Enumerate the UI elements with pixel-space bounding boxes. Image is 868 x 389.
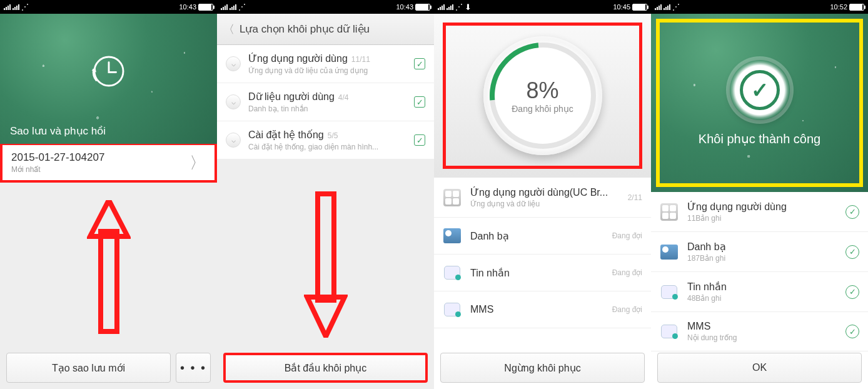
svg-point-0	[94, 56, 123, 85]
hero-banner: Sao lưu và phục hồi	[0, 14, 217, 144]
status-bar: ⋰ 10:43	[217, 0, 434, 14]
result-item-messages: Tin nhắn48Bản ghi ✓	[651, 272, 868, 312]
progress-label: Đang khôi phục	[512, 104, 573, 114]
check-circle-icon: ✓	[845, 245, 859, 259]
messages-icon	[660, 283, 679, 301]
progress-item-apps: Ứng dụng người dùng(UC Br...Ứng dụng và …	[434, 178, 651, 218]
backup-name: 2015-01-27-104207	[11, 151, 189, 164]
clock-time: 10:52	[830, 3, 847, 11]
status-bar: ⋰⬇ 10:45	[434, 0, 651, 14]
backup-entry[interactable]: 2015-01-27-104207 Mới nhất 〉	[0, 143, 217, 183]
chevron-down-icon[interactable]: ⌵	[226, 56, 241, 71]
signal-icon	[655, 4, 662, 10]
messages-icon	[443, 263, 462, 282]
checkbox-icon[interactable]: ✓	[414, 58, 425, 69]
signal-icon	[221, 4, 228, 10]
option-system-settings[interactable]: ⌵ Cài đặt hệ thống5/5Cài đặt hệ thống, g…	[217, 121, 434, 159]
signal-icon	[13, 4, 19, 10]
apps-icon	[443, 188, 462, 207]
battery-icon	[849, 4, 864, 11]
annotation-arrow-down	[304, 188, 348, 338]
new-backup-button[interactable]: Tạo sao lưu mới	[6, 353, 171, 383]
success-message: Khôi phục thành công	[699, 131, 820, 146]
signal-icon	[4, 4, 11, 10]
mms-icon	[660, 322, 679, 341]
progress-percent: 8%	[526, 78, 558, 104]
annotation-arrow-up	[87, 200, 131, 338]
wifi-icon: ⋰	[21, 3, 29, 11]
clock-time: 10:45	[613, 3, 630, 11]
battery-icon	[198, 4, 213, 11]
battery-icon	[415, 4, 430, 11]
contacts-icon	[660, 243, 679, 261]
chevron-right-icon: 〉	[189, 152, 206, 174]
signal-icon	[438, 4, 445, 10]
screen-restore-progress: ⋰⬇ 10:45 8% Đang khôi phục Ứng dụng ngườ…	[434, 0, 651, 389]
status-bar: ⋰ 10:52	[651, 0, 868, 14]
annotation-yellow-box	[656, 19, 863, 187]
chevron-down-icon[interactable]: ⌵	[226, 133, 241, 148]
clock-time: 10:43	[396, 3, 413, 11]
svg-rect-4	[318, 194, 334, 300]
svg-marker-5	[307, 297, 345, 336]
backup-subtitle: Mới nhất	[11, 165, 189, 174]
restore-options-list: ⌵ Ứng dụng người dùng11/11Ứng dụng và dữ…	[217, 45, 434, 159]
progress-item-messages: Tin nhắn Đang đợi	[434, 255, 651, 291]
contacts-icon	[443, 226, 462, 245]
success-hero: ✓ Khôi phục thành công	[651, 14, 868, 192]
result-item-contacts: Danh bạ187Bản ghi ✓	[651, 232, 868, 272]
check-circle-icon: ✓	[845, 285, 859, 299]
result-item-apps: Ứng dụng người dùng11Bản ghi ✓	[651, 192, 868, 232]
screen-backup-list: ⋰ 10:43 Sao lưu và phục hồi 2015-01-27-1…	[0, 0, 217, 389]
clock-time: 10:43	[179, 3, 196, 11]
download-icon: ⬇	[465, 3, 472, 12]
signal-icon	[664, 4, 670, 10]
option-user-data[interactable]: ⌵ Dữ liệu người dùng4/4Danh bạ, tin nhắn…	[217, 83, 434, 121]
status-bar: ⋰ 10:43	[0, 0, 217, 14]
nav-bar: 〈 Lựa chọn khôi phục dữ liệu	[217, 14, 434, 45]
wifi-icon: ⋰	[238, 3, 246, 11]
nav-title: Lựa chọn khôi phục dữ liệu	[240, 23, 370, 36]
wifi-icon: ⋰	[672, 3, 680, 11]
svg-rect-2	[101, 231, 117, 331]
progress-item-mms: MMS Đang đợi	[434, 291, 651, 328]
start-restore-button[interactable]: Bắt đầu khôi phục	[223, 353, 428, 383]
checkbox-icon[interactable]: ✓	[414, 96, 425, 108]
svg-marker-1	[91, 68, 96, 72]
more-button[interactable]: • • •	[176, 353, 211, 383]
signal-icon	[447, 4, 453, 10]
check-circle-icon: ✓	[845, 325, 859, 338]
backup-clock-icon	[86, 49, 131, 94]
battery-icon	[632, 4, 647, 11]
stop-restore-button[interactable]: Ngừng khôi phục	[440, 353, 645, 383]
ok-button[interactable]: OK	[657, 353, 862, 383]
wifi-icon: ⋰	[455, 3, 463, 11]
mms-icon	[443, 300, 462, 319]
screen-restore-success: ⋰ 10:52 ✓ Khôi phục thành công Ứng dụng …	[651, 0, 868, 389]
result-item-mms: MMSNội dung trống ✓	[651, 312, 868, 351]
hero-title: Sao lưu và phục hồi	[10, 124, 106, 138]
chevron-down-icon[interactable]: ⌵	[226, 94, 241, 109]
screen-select-restore: ⋰ 10:43 〈 Lựa chọn khôi phục dữ liệu ⌵ Ứ…	[217, 0, 434, 389]
progress-item-contacts: Danh bạ Đang đợi	[434, 218, 651, 255]
apps-icon	[660, 203, 679, 221]
signal-icon	[230, 4, 236, 10]
back-icon[interactable]: 〈	[223, 22, 235, 37]
success-check-icon: ✓	[730, 60, 790, 120]
option-user-apps[interactable]: ⌵ Ứng dụng người dùng11/11Ứng dụng và dữ…	[217, 45, 434, 83]
progress-area: 8% Đang khôi phục	[434, 14, 651, 178]
check-circle-icon: ✓	[845, 205, 859, 219]
checkbox-icon[interactable]: ✓	[414, 134, 425, 146]
